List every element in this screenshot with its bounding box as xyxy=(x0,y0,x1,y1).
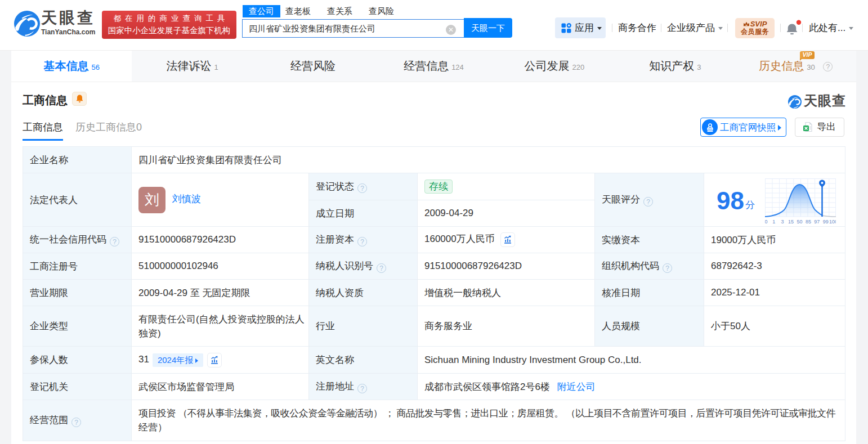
svg-text:3: 3 xyxy=(781,219,784,225)
svg-text:15: 15 xyxy=(788,219,794,225)
svg-text:1: 1 xyxy=(772,219,775,225)
svg-text:0: 0 xyxy=(765,219,768,225)
svg-text:100: 100 xyxy=(829,219,836,225)
svg-text:85: 85 xyxy=(806,219,811,225)
svg-text:99: 99 xyxy=(823,219,829,225)
svg-text:97: 97 xyxy=(814,219,820,225)
svg-text:50: 50 xyxy=(797,219,802,225)
